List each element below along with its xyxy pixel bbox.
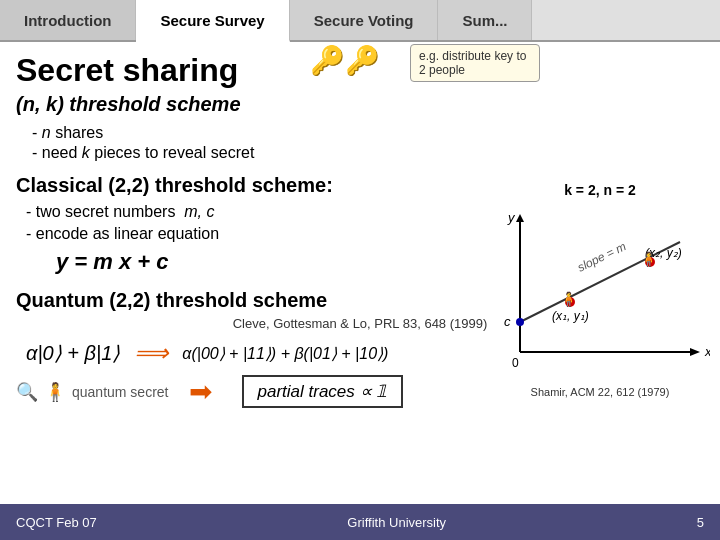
quantum-formula-left: α|0⟩ + β|1⟩ xyxy=(26,341,120,365)
footer-bar: CQCT Feb 07 Griffith University 5 xyxy=(0,504,720,540)
svg-marker-2 xyxy=(690,348,700,356)
graph-svg: x y c 0 (x₂, y₂) (x₁, y₁) slope = m 🧍 🧍 xyxy=(490,202,710,382)
bullet-n-shares: - n shares xyxy=(32,124,704,142)
main-content: Secret sharing (n, k) threshold scheme -… xyxy=(0,42,720,418)
svg-point-7 xyxy=(516,318,524,326)
footer-page-number: 5 xyxy=(697,515,704,530)
svg-text:0: 0 xyxy=(512,356,519,370)
section-title: Secret sharing xyxy=(16,52,704,89)
svg-text:y: y xyxy=(507,210,516,225)
partial-traces-box: partial traces ∝ 𝟙 xyxy=(242,375,404,408)
footer-left: CQCT Feb 07 xyxy=(16,515,97,530)
tab-sum[interactable]: Sum... xyxy=(438,0,532,40)
graph-area: k = 2, n = 2 x y c 0 (x₂, y₂) (x₁, y₁) s… xyxy=(490,182,710,362)
tab-secure-voting[interactable]: Secure Voting xyxy=(290,0,439,40)
right-arrow-deco: ➡ xyxy=(189,375,212,408)
svg-text:x: x xyxy=(704,344,710,359)
svg-text:🧍: 🧍 xyxy=(640,251,658,268)
quantum-secret-label: quantum secret xyxy=(72,384,169,400)
footer-center: Griffith University xyxy=(347,515,446,530)
svg-marker-3 xyxy=(516,214,524,222)
arrow-icon: ⟹ xyxy=(134,339,168,367)
threshold-subtitle: (n, k) threshold scheme xyxy=(16,93,704,116)
svg-text:🧍: 🧍 xyxy=(560,291,578,308)
svg-text:(x₁, y₁): (x₁, y₁) xyxy=(552,309,589,323)
svg-text:slope = m: slope = m xyxy=(575,239,628,275)
bullet-k-pieces: - need k pieces to reveal secret xyxy=(32,144,704,162)
kn-label: k = 2, n = 2 xyxy=(490,182,710,198)
tab-introduction[interactable]: Introduction xyxy=(0,0,136,40)
quantum-formula-right: α(|00⟩ + |11⟩) + β(|01⟩ + |10⟩) xyxy=(182,344,388,363)
tab-bar: Introduction Secure Survey Secure Voting… xyxy=(0,0,720,42)
tab-secure-survey[interactable]: Secure Survey xyxy=(136,0,289,42)
shamir-ref: Shamir, ACM 22, 612 (1979) xyxy=(490,386,710,398)
svg-text:c: c xyxy=(504,314,511,329)
